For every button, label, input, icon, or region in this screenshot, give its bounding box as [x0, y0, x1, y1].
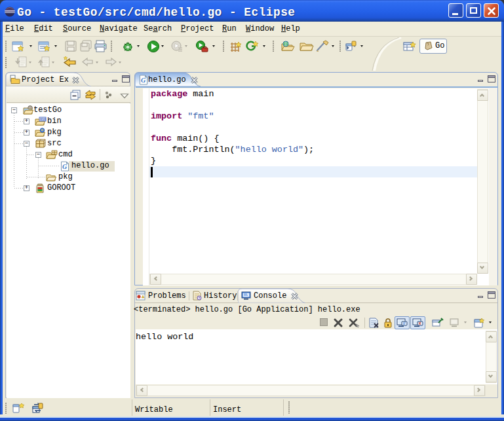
svg-text:010: 010 [40, 117, 46, 121]
svg-text:G: G [141, 77, 146, 84]
svg-text:G: G [62, 163, 68, 170]
